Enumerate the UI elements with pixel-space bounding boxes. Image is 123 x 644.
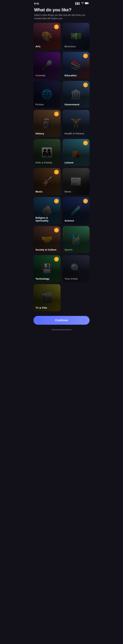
society-check-badge: ✓: [54, 228, 59, 232]
technology-label: Technology: [35, 277, 49, 280]
science-check-badge: ✓: [83, 199, 88, 204]
music-check-badge: ✓: [54, 170, 59, 174]
category-card-sports[interactable]: 🎽Sports: [62, 226, 90, 253]
arts-check-badge: ✓: [54, 24, 59, 29]
truecrime-label: True Crime: [64, 277, 78, 280]
technology-check-badge: ✓: [54, 257, 59, 262]
category-card-health[interactable]: 🏋️Health & Fitness: [62, 110, 90, 137]
business-label: Business: [64, 45, 76, 48]
category-card-technology[interactable]: 💾Technology✓: [33, 255, 61, 282]
category-card-tvfilm[interactable]: 🎬TV & Film: [33, 284, 61, 311]
status-time: 9:41: [34, 2, 39, 5]
government-label: Government: [64, 103, 79, 106]
science-label: Science: [64, 219, 74, 222]
continue-button[interactable]: Continue: [33, 316, 90, 325]
status-bar: 9:41 ▌▌▌: [31, 0, 92, 6]
header: What do you like? Select a few things yo…: [31, 6, 92, 23]
category-card-leisure[interactable]: ⛺Leisure✓: [62, 139, 90, 166]
tvfilm-label: TV & Film: [35, 306, 47, 309]
news-label: News: [64, 190, 71, 193]
category-card-comedy[interactable]: 🎤Comedy: [33, 52, 61, 79]
categories-grid: 🎨Arts✓💵Business🎤Comedy📚Education✓🌐Fictio…: [31, 23, 92, 314]
page-subtitle: Select a few things you like and we will…: [34, 14, 89, 20]
category-card-fiction[interactable]: 🌐Fiction: [33, 81, 61, 108]
religion-label: Religion & Spirituality: [35, 216, 61, 222]
arts-label: Arts: [35, 45, 41, 48]
category-card-education[interactable]: 📚Education✓: [62, 52, 90, 79]
leisure-label: Leisure: [64, 161, 73, 164]
religion-check-badge: ✓: [54, 199, 59, 204]
continue-bar: Continue: [31, 314, 92, 329]
category-card-music[interactable]: 🎸Music✓: [33, 168, 61, 195]
battery-icon: [85, 2, 89, 5]
education-label: Education: [64, 74, 77, 77]
category-card-history[interactable]: 🗿History✓: [33, 110, 61, 137]
music-label: Music: [35, 190, 43, 193]
leisure-check-badge: ✓: [83, 141, 88, 146]
comedy-label: Comedy: [35, 74, 45, 77]
signal-icon: ▌▌▌: [75, 2, 80, 5]
category-card-government[interactable]: 🏛️Government✓: [62, 81, 90, 108]
page-title: What do you like?: [34, 7, 89, 12]
fiction-label: Fiction: [35, 103, 44, 106]
government-check-badge: ✓: [83, 82, 88, 87]
svg-rect-2: [88, 3, 89, 4]
svg-rect-1: [85, 3, 88, 4]
health-label: Health & Fitness: [64, 132, 84, 135]
category-card-society[interactable]: 🤝Society & Culture✓: [33, 226, 61, 253]
category-card-kids[interactable]: 👨‍👩‍👧Kids & Family: [33, 139, 61, 166]
history-label: History: [35, 132, 44, 135]
sports-label: Sports: [64, 248, 73, 251]
status-icons: ▌▌▌: [75, 2, 89, 5]
kids-label: Kids & Family: [35, 161, 52, 164]
category-card-religion[interactable]: 🪨Religion & Spirituality✓: [33, 197, 61, 224]
category-card-news[interactable]: 📰News: [62, 168, 90, 195]
category-card-science[interactable]: 🧪Science✓: [62, 197, 90, 224]
category-card-truecrime[interactable]: 🔍True Crime: [62, 255, 90, 282]
wifi-icon: [81, 2, 84, 5]
category-card-business[interactable]: 💵Business: [62, 23, 90, 50]
history-check-badge: ✓: [54, 112, 59, 116]
society-label: Society & Culture: [35, 248, 57, 251]
education-check-badge: ✓: [83, 54, 88, 58]
category-card-arts[interactable]: 🎨Arts✓: [33, 23, 61, 50]
home-indicator: [31, 329, 92, 332]
